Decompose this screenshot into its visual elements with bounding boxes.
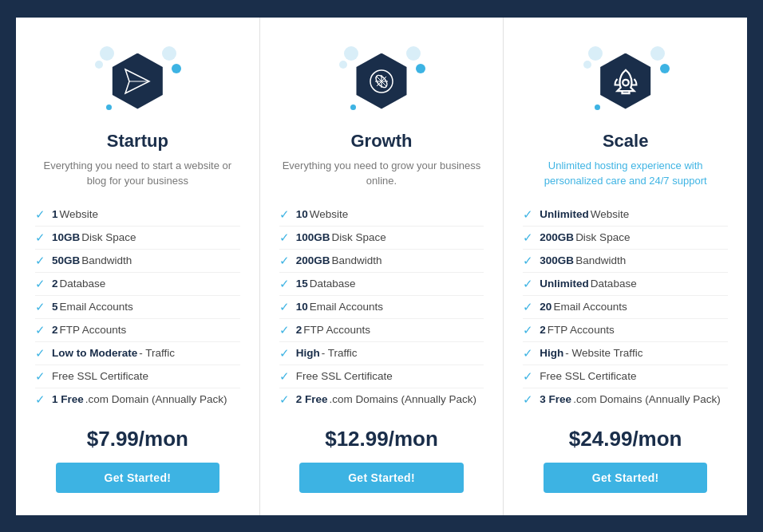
- feature-text: FTP Accounts: [303, 324, 370, 336]
- list-item: ✓3 Free .com Domains (Annually Pack): [523, 388, 728, 411]
- feature-text: Free SSL Certificate: [540, 370, 636, 382]
- list-item: ✓15 Database: [279, 273, 484, 296]
- list-item: ✓High - Traffic: [279, 342, 484, 365]
- feature-text: Bandwidth: [575, 254, 626, 266]
- feature-bold-text: 2: [296, 324, 302, 336]
- check-icon: ✓: [279, 277, 290, 291]
- list-item: ✓2 FTP Accounts: [35, 319, 240, 342]
- list-item: ✓1 Website: [35, 203, 240, 227]
- list-item: ✓10 Email Accounts: [279, 296, 484, 319]
- scale-hex-icon: [598, 53, 654, 109]
- scale-plan-name: Scale: [603, 131, 649, 152]
- check-icon: ✓: [523, 392, 533, 407]
- check-icon: ✓: [35, 231, 45, 245]
- check-icon: ✓: [35, 300, 45, 314]
- list-item: ✓100GB Disk Space: [279, 227, 484, 250]
- feature-bold-text: 200GB: [296, 254, 330, 266]
- feature-text: .com Domains (Annually Pack): [573, 393, 721, 405]
- check-icon: ✓: [523, 207, 533, 222]
- check-icon: ✓: [523, 323, 533, 337]
- growth-price: $12.99/mon: [325, 427, 438, 451]
- feature-text: Bandwidth: [81, 254, 132, 266]
- feature-text: Website: [60, 208, 99, 220]
- check-icon: ✓: [35, 346, 45, 361]
- check-icon: ✓: [279, 231, 290, 245]
- feature-text: FTP Accounts: [60, 324, 127, 336]
- feature-text: .com Domain (Annually Pack): [85, 393, 227, 405]
- pricing-card-growth: GrowthEverything you need to grow your b…: [260, 18, 504, 515]
- feature-bold-text: Unlimited: [540, 278, 589, 290]
- feature-text: Database: [310, 278, 356, 290]
- feature-bold-text: 10: [296, 301, 308, 313]
- startup-get-started-button[interactable]: Get Started!: [56, 463, 219, 493]
- growth-plan-name: Growth: [351, 131, 413, 152]
- scale-get-started-button[interactable]: Get Started!: [544, 463, 707, 493]
- feature-text: Database: [591, 278, 637, 290]
- list-item: ✓2 FTP Accounts: [279, 319, 484, 342]
- feature-text: Disk Space: [81, 231, 136, 243]
- feature-bold-text: 2: [52, 278, 58, 290]
- startup-hex-icon: [109, 53, 165, 109]
- feature-text: Email Accounts: [310, 301, 383, 313]
- check-icon: ✓: [279, 346, 290, 361]
- feature-text: Disk Space: [331, 231, 385, 243]
- feature-text: - Traffic: [139, 347, 175, 359]
- list-item: ✓200GB Bandwidth: [279, 250, 484, 273]
- list-item: ✓5 Email Accounts: [35, 296, 240, 319]
- feature-bold-text: 300GB: [540, 254, 574, 266]
- check-icon: ✓: [279, 392, 290, 407]
- feature-bold-text: 3 Free: [540, 393, 571, 405]
- feature-text: - Website Traffic: [565, 347, 642, 359]
- list-item: ✓Unlimited Database: [523, 273, 728, 296]
- feature-bold-text: 50GB: [52, 254, 80, 266]
- feature-text: Bandwidth: [331, 254, 382, 266]
- check-icon: ✓: [35, 207, 45, 222]
- feature-bold-text: 15: [296, 278, 308, 290]
- list-item: ✓Free SSL Certificate: [279, 365, 484, 388]
- check-icon: ✓: [35, 254, 45, 268]
- pricing-container: StartupEverything you need to start a we…: [16, 18, 747, 515]
- check-icon: ✓: [523, 369, 533, 384]
- startup-icon-area: [93, 41, 181, 121]
- feature-bold-text: Low to Moderate: [52, 347, 137, 359]
- svg-point-4: [623, 79, 629, 85]
- feature-bold-text: 10GB: [52, 231, 80, 243]
- feature-text: Email Accounts: [60, 301, 133, 313]
- feature-text: Email Accounts: [553, 301, 627, 313]
- growth-features-list: ✓10 Website✓100GB Disk Space✓200GB Bandw…: [279, 203, 484, 411]
- list-item: ✓Free SSL Certificate: [523, 365, 728, 388]
- feature-text: Free SSL Certificate: [52, 370, 148, 382]
- list-item: ✓Low to Moderate - Traffic: [35, 342, 240, 365]
- feature-bold-text: 200GB: [540, 231, 574, 243]
- scale-features-list: ✓Unlimited Website✓200GB Disk Space✓300G…: [523, 203, 728, 411]
- check-icon: ✓: [523, 231, 533, 245]
- feature-bold-text: 1 Free: [52, 393, 84, 405]
- check-icon: ✓: [35, 369, 45, 384]
- feature-bold-text: 5: [52, 301, 58, 313]
- feature-bold-text: 2 Free: [296, 393, 328, 405]
- feature-text: Free SSL Certificate: [296, 370, 393, 382]
- startup-price: $7.99/mon: [87, 427, 188, 451]
- pricing-card-scale: ScaleUnlimited hosting experience with p…: [504, 18, 747, 515]
- scale-icon-area: [582, 41, 670, 121]
- feature-text: FTP Accounts: [548, 324, 615, 336]
- growth-plan-description: Everything you need to grow your busines…: [279, 158, 484, 189]
- pricing-card-startup: StartupEverything you need to start a we…: [16, 18, 260, 515]
- check-icon: ✓: [35, 392, 45, 407]
- list-item: ✓2 Free .com Domains (Annually Pack): [279, 388, 484, 411]
- check-icon: ✓: [279, 323, 290, 337]
- feature-bold-text: Unlimited: [540, 208, 589, 220]
- list-item: ✓50GB Bandwidth: [35, 250, 240, 273]
- growth-icon-area: [338, 41, 425, 121]
- feature-text: Website: [591, 208, 630, 220]
- scale-price: $24.99/mon: [569, 427, 682, 451]
- check-icon: ✓: [35, 323, 45, 337]
- feature-text: Disk Space: [575, 231, 630, 243]
- list-item: ✓200GB Disk Space: [523, 227, 728, 250]
- growth-get-started-button[interactable]: Get Started!: [299, 463, 463, 493]
- list-item: ✓2 FTP Accounts: [523, 319, 728, 342]
- feature-text: Website: [310, 208, 349, 220]
- check-icon: ✓: [279, 300, 290, 314]
- feature-bold-text: 2: [52, 324, 58, 336]
- startup-features-list: ✓1 Website✓10GB Disk Space✓50GB Bandwidt…: [35, 203, 240, 411]
